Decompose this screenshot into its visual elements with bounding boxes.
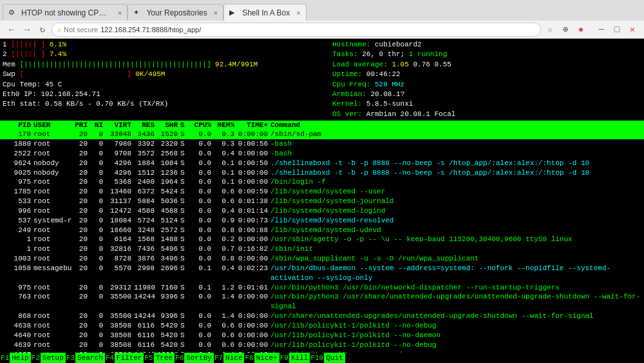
cell-s: S xyxy=(180,139,191,149)
cell-cmd: ./shellinaboxd -t -b -p 8888 --no-beep -… xyxy=(270,159,641,168)
table-row[interactable]: 975 root 20 0 5368 2400 1964 S 0.0 0.1 0… xyxy=(0,177,644,187)
table-row[interactable]: 1003 root 20 0 8728 3876 3496 S 0.0 0.8 … xyxy=(0,254,644,264)
table-row[interactable]: 4639 root 20 0 38508 6116 5420 S 0.0 0.6… xyxy=(0,340,644,350)
table-row[interactable]: 763 root 20 0 35500 14244 9396 S 0.0 1.4… xyxy=(0,292,644,311)
cell-res: 4588 xyxy=(134,206,157,216)
cell-cpu: 0.0 xyxy=(191,244,214,254)
cell-cpu: 0.1 xyxy=(191,264,214,283)
maximize-button[interactable]: □ xyxy=(611,23,623,36)
bottom-key-tree[interactable]: F5Tree xyxy=(144,353,175,363)
cell-ni: 0 xyxy=(90,264,106,283)
bottom-key-help[interactable]: F1Help xyxy=(0,353,31,363)
extensions-icon[interactable]: ⊕ xyxy=(559,23,572,36)
table-row[interactable]: 868 root 20 0 35500 14244 9396 S 0.0 1.4… xyxy=(0,311,644,321)
cell-ni: 0 xyxy=(90,139,106,149)
cell-virt: 38508 xyxy=(106,331,134,340)
cell-mem: 1.4 xyxy=(214,311,237,321)
header-cpu: CPU% xyxy=(191,121,214,129)
minimize-button[interactable]: ─ xyxy=(595,23,608,36)
bottom-key-setup[interactable]: F2Setup xyxy=(31,353,66,363)
cell-time: 0:00:88 xyxy=(237,226,270,235)
table-row[interactable]: 533 root 20 0 31137 5884 5036 S 0.0 0.6 … xyxy=(0,197,644,206)
cell-pri: 20 xyxy=(72,206,90,216)
cell-cpu: 0.0 xyxy=(191,311,214,321)
cell-shr: 5036 xyxy=(157,197,180,206)
bottom-key-nice[interactable]: F7Nice xyxy=(214,353,245,363)
back-button[interactable]: ← xyxy=(5,23,18,36)
tab-shellinabox-close[interactable]: × xyxy=(296,9,300,17)
cell-user: systemd-r xyxy=(33,216,72,226)
cell-pid: 996 xyxy=(3,206,33,216)
tab-shellinabox[interactable]: ▶ Shell In A Box × xyxy=(223,4,307,21)
terminal[interactable]: 1 [||||| ] 6.1% 2 [||||| ] 7.4% Mem [|||… xyxy=(0,39,644,363)
cell-pri: 20 xyxy=(72,254,90,264)
bottom-key-kill[interactable]: F9Kill xyxy=(279,353,310,363)
table-row[interactable]: 975 root 20 0 29312 11980 7160 S 0.1 1.2… xyxy=(0,283,644,293)
table-row[interactable]: 2522 root 20 0 9708 3572 2568 S 0.0 0.4 … xyxy=(0,149,644,159)
table-row[interactable]: 9624 nobody 20 0 4296 1884 1084 S 0.0 0.… xyxy=(0,159,644,168)
table-row[interactable]: 9025 nobody 20 0 4296 1512 1236 S 0.0 0.… xyxy=(0,168,644,178)
cpu2-line: 2 [||||| ] 7.4% xyxy=(3,50,332,59)
table-row[interactable]: 537 systemd-r 20 0 18084 5724 5124 S 0.0… xyxy=(0,216,644,226)
cell-mem: 1.4 xyxy=(214,292,237,311)
bottom-key-quit[interactable]: F10Quit xyxy=(310,353,345,363)
cell-s: S xyxy=(180,254,191,264)
cell-mem: 0.6 xyxy=(214,331,237,340)
bottom-key-filter[interactable]: F4Filter xyxy=(105,353,144,363)
table-row[interactable]: 1880 root 20 0 7980 3392 2320 S 0.0 0.3 … xyxy=(0,139,644,149)
table-row[interactable]: 4638 root 20 0 38508 6116 5420 S 0.0 0.6… xyxy=(0,321,644,331)
cell-cpu: 0.0 xyxy=(191,216,214,226)
cell-pid: 4639 xyxy=(3,340,33,350)
tab-repos-close[interactable]: × xyxy=(214,9,218,17)
bookmark-icon[interactable]: ☆ xyxy=(544,23,556,36)
table-row[interactable]: 1785 root 20 0 13460 6372 5424 S 0.0 0.6… xyxy=(0,187,644,197)
address-bar-wrapper[interactable]: ⚠ Not secure xyxy=(52,23,541,37)
table-row[interactable]: 996 root 20 0 12472 4588 4588 S 0.0 0.4 … xyxy=(0,206,644,216)
cell-cpu: 0.0 xyxy=(191,187,214,197)
header-pid: PID xyxy=(3,121,33,129)
tab-htop-close[interactable]: × xyxy=(118,9,122,17)
cell-user: root xyxy=(33,235,72,244)
table-row[interactable]: 4640 root 20 0 38508 6116 5420 S 0.0 0.6… xyxy=(0,331,644,340)
table-row[interactable]: 249 root 20 0 16660 3248 2572 S 0.0 0.8 … xyxy=(0,226,644,235)
key-num: F7 xyxy=(214,354,223,362)
tab-repos[interactable]: ✦ Your Repositories × xyxy=(128,4,223,21)
header-time: TIME+ xyxy=(237,121,270,129)
close-button[interactable]: ✕ xyxy=(626,23,639,36)
cell-ni: 0 xyxy=(90,292,106,311)
key-label: Kill xyxy=(289,353,310,363)
cell-pid: 9624 xyxy=(3,159,33,168)
table-row[interactable]: 1 root 20 0 32816 7436 5496 S 0.0 0.7 0:… xyxy=(0,244,644,254)
key-label: Quit xyxy=(324,353,345,363)
bottom-key-nice+[interactable]: F8Nice+ xyxy=(244,353,279,363)
bottom-key-search[interactable]: F3Search xyxy=(66,353,105,363)
cell-cmd: /usr/bin/python3 /usr/bin/networkd-dispa… xyxy=(270,283,641,293)
table-row[interactable]: 170 root 20 0 33848 3436 1520 S 0.0 0.3 … xyxy=(0,130,644,139)
mem-line: Mem [|||||||||||||||||||||||||||||||||||… xyxy=(3,60,332,70)
header-pri: PRI xyxy=(72,121,90,129)
cell-shr: 2320 xyxy=(157,139,180,149)
address-input[interactable] xyxy=(100,26,535,34)
cell-cpu: 0.0 xyxy=(191,130,214,139)
cell-cpu: 0.0 xyxy=(191,235,214,244)
browser-chrome: ⚙ HTOP not showing CPU ... × ✦ Your Repo… xyxy=(0,0,644,39)
tab-htop[interactable]: ⚙ HTOP not showing CPU ... × xyxy=(3,4,128,21)
cell-time: 0:01:01 xyxy=(237,283,270,293)
cell-cmd: /lib/systemd/systemd --user xyxy=(270,187,641,197)
forward-button[interactable]: → xyxy=(21,23,33,36)
cell-virt: 4296 xyxy=(106,168,134,178)
tab-shellinabox-title: Shell In A Box xyxy=(242,8,290,17)
table-row[interactable]: 1 root 20 0 6164 1568 1488 S 0.0 0.2 0:0… xyxy=(0,235,644,244)
cell-user: root xyxy=(33,283,72,293)
bottom-key-sortby[interactable]: F6SortBy xyxy=(175,353,214,363)
reload-button[interactable]: ↻ xyxy=(36,23,49,36)
chromium-icon[interactable]: ● xyxy=(574,23,587,36)
cell-time: 0:16:82 xyxy=(237,244,270,254)
cell-pri: 20 xyxy=(72,197,90,206)
table-row[interactable]: 1058 messagebu 20 0 5570 2998 2696 S 0.1… xyxy=(0,264,644,283)
cell-ni: 0 xyxy=(90,159,106,168)
header-s: S xyxy=(180,121,191,129)
cell-res: 1512 xyxy=(134,168,157,178)
cell-pid: 1 xyxy=(3,235,33,244)
cell-ni: 0 xyxy=(90,197,106,206)
